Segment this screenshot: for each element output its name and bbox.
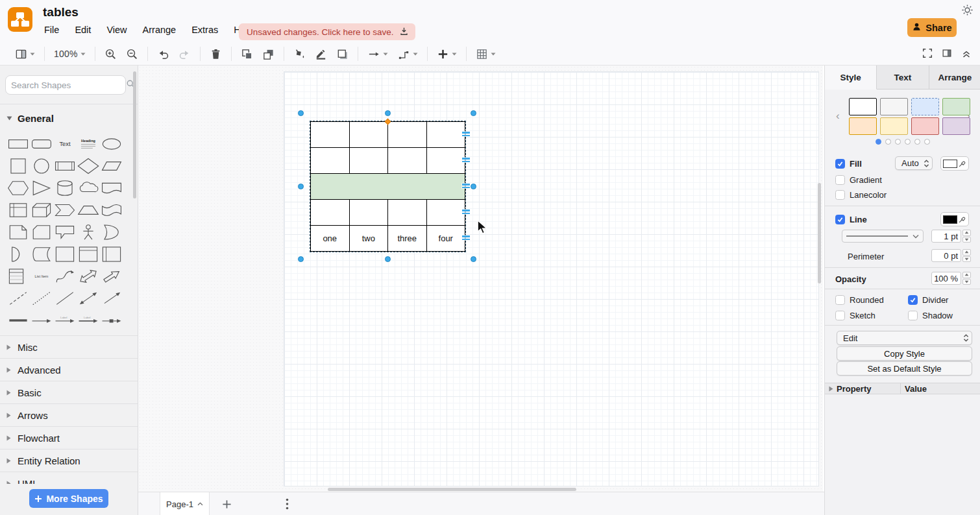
- style-preset-3[interactable]: [942, 98, 970, 115]
- table-row-2[interactable]: [311, 148, 465, 174]
- table-cell[interactable]: [350, 122, 389, 147]
- table-cell[interactable]: [350, 200, 389, 225]
- fill-color-picker[interactable]: [940, 156, 969, 171]
- table-cell[interactable]: [427, 122, 465, 147]
- row-resize-handle[interactable]: [462, 132, 470, 137]
- section-basic[interactable]: Basic: [0, 381, 138, 403]
- shape-cylinder[interactable]: [53, 177, 77, 199]
- tab-arrange[interactable]: Arrange: [929, 66, 980, 89]
- collapse-toolbar-button[interactable]: [961, 47, 972, 61]
- table-cell[interactable]: [311, 122, 350, 147]
- property-header-cell[interactable]: Property: [825, 383, 901, 394]
- line-width-stepper[interactable]: [962, 230, 971, 243]
- table-shape[interactable]: onetwothreefour: [310, 121, 465, 252]
- shape-callout[interactable]: [53, 221, 77, 243]
- zoom-level-dropdown[interactable]: 100%: [54, 49, 86, 59]
- table-cell[interactable]: [350, 148, 389, 173]
- selection-handle[interactable]: [471, 256, 476, 262]
- shape-document[interactable]: [100, 177, 123, 199]
- row-resize-handle[interactable]: [462, 210, 470, 215]
- section-general[interactable]: General: [6, 108, 54, 128]
- table-cell[interactable]: four: [427, 226, 465, 251]
- shape-square[interactable]: [6, 155, 30, 177]
- menu-view[interactable]: View: [106, 25, 127, 35]
- shape-bidirectional-arrow[interactable]: [77, 265, 100, 287]
- share-button[interactable]: Share: [907, 18, 957, 37]
- fill-color-swatch[interactable]: [943, 160, 957, 168]
- sidebar-scrollbar[interactable]: [133, 71, 136, 198]
- shape-heading[interactable]: Heading: [77, 133, 100, 155]
- section-arrows[interactable]: Arrows: [0, 403, 138, 426]
- shape-list-item[interactable]: List Item: [30, 265, 53, 287]
- shape-bidirectional-connector[interactable]: [77, 287, 100, 309]
- carousel-dot-4[interactable]: [914, 139, 920, 145]
- tab-style[interactable]: Style: [825, 66, 877, 90]
- delete-button[interactable]: [210, 48, 222, 60]
- shadow-button[interactable]: [336, 48, 349, 60]
- line-color-button[interactable]: [315, 48, 327, 60]
- selection-handle[interactable]: [385, 110, 391, 116]
- shape-parallelogram[interactable]: [100, 155, 123, 177]
- shape-hexagon[interactable]: [6, 177, 30, 199]
- table-row-5[interactable]: onetwothreefour: [311, 226, 465, 251]
- shape-rounded-rectangle[interactable]: [30, 133, 53, 155]
- table-cell[interactable]: [388, 122, 427, 147]
- table-cell[interactable]: [427, 148, 465, 173]
- shape-directional-connector[interactable]: [100, 287, 123, 309]
- selection-handle[interactable]: [298, 256, 304, 262]
- line-style-select[interactable]: [842, 230, 924, 243]
- insert-button[interactable]: [437, 48, 457, 60]
- gradient-checkbox[interactable]: [835, 175, 845, 185]
- page-tab[interactable]: Page-1: [160, 492, 210, 515]
- shape-connector-symbol[interactable]: [100, 309, 123, 331]
- style-preset-2[interactable]: [911, 98, 939, 115]
- fill-color-button[interactable]: [293, 48, 306, 60]
- table-cell[interactable]: [311, 148, 350, 173]
- fill-checkbox[interactable]: [835, 159, 845, 169]
- to-front-button[interactable]: [241, 48, 253, 60]
- canvas[interactable]: onetwothreefour: [138, 66, 823, 492]
- line-color-swatch[interactable]: [943, 215, 957, 224]
- table-grid[interactable]: onetwothreefour: [310, 121, 465, 252]
- shape-and[interactable]: [6, 243, 30, 265]
- connection-button[interactable]: [367, 48, 388, 60]
- perimeter-input[interactable]: 0 pt: [931, 249, 961, 262]
- section-flowchart[interactable]: Flowchart: [0, 426, 138, 449]
- menu-arrange[interactable]: Arrange: [143, 25, 177, 35]
- carousel-dot-3[interactable]: [905, 139, 911, 145]
- style-preset-5[interactable]: [880, 117, 908, 135]
- copy-style-button[interactable]: Copy Style: [837, 346, 972, 361]
- theme-sun-icon[interactable]: [961, 4, 974, 18]
- table-cell[interactable]: [311, 200, 350, 225]
- menu-extras[interactable]: Extras: [191, 25, 218, 35]
- table-cell[interactable]: [388, 200, 427, 225]
- shape-note[interactable]: [6, 221, 30, 243]
- shape-arrow-edge[interactable]: [30, 309, 53, 331]
- menu-edit[interactable]: Edit: [75, 25, 91, 35]
- shape-card[interactable]: [30, 221, 53, 243]
- carousel-dot-0[interactable]: [876, 139, 881, 145]
- selection-handle[interactable]: [385, 256, 391, 262]
- table-cell[interactable]: [388, 148, 427, 173]
- shadow-checkbox[interactable]: [908, 311, 918, 320]
- perimeter-stepper[interactable]: [962, 249, 971, 262]
- shape-dashed-line[interactable]: [6, 287, 30, 309]
- shape-circle[interactable]: [30, 155, 53, 177]
- shape-link[interactable]: [6, 309, 30, 331]
- selection-handle[interactable]: [298, 110, 304, 116]
- shape-cloud[interactable]: [77, 177, 100, 199]
- shape-curve[interactable]: [53, 265, 77, 287]
- shape-actor[interactable]: [77, 221, 100, 243]
- to-back-button[interactable]: [262, 48, 275, 60]
- format-panel-toggle-button[interactable]: [941, 47, 953, 61]
- opacity-input[interactable]: 100 %: [931, 272, 961, 285]
- shape-line[interactable]: [53, 287, 77, 309]
- line-checkbox[interactable]: [835, 215, 845, 224]
- pages-menu-button[interactable]: [282, 497, 291, 510]
- canvas-vertical-scrollbar[interactable]: [818, 183, 821, 283]
- unsaved-changes-button[interactable]: Unsaved changes. Click here to save.: [239, 23, 415, 40]
- drawio-logo-icon[interactable]: [8, 7, 32, 32]
- shape-trapezoid[interactable]: [77, 199, 100, 221]
- search-shapes-input[interactable]: [11, 80, 126, 90]
- shape-internal-storage[interactable]: [6, 199, 30, 221]
